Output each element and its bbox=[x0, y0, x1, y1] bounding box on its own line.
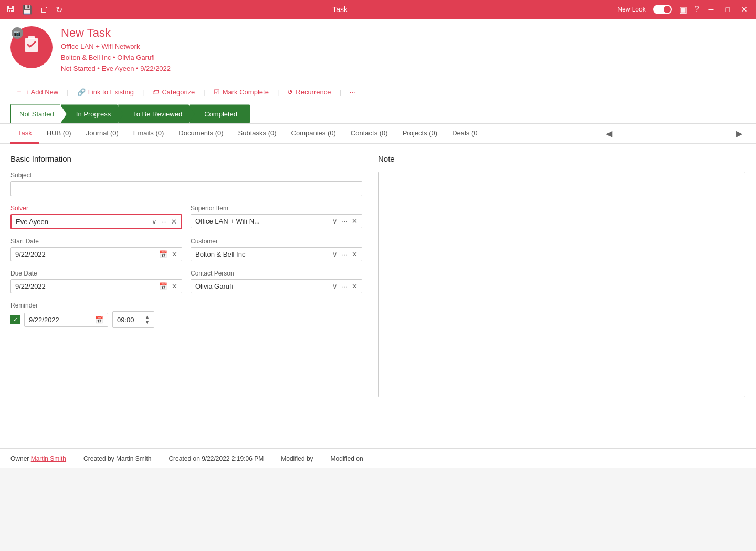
subject-input[interactable] bbox=[10, 181, 362, 196]
superior-item-actions: ∨ ··· ✕ bbox=[332, 217, 358, 225]
contact-more-icon[interactable]: ··· bbox=[342, 282, 348, 290]
customer-clear-icon[interactable]: ✕ bbox=[352, 250, 358, 258]
contact-person-actions: ∨ ··· ✕ bbox=[332, 282, 358, 290]
header-subtitle-2: Bolton & Bell Inc • Olivia Garufi bbox=[61, 52, 746, 63]
customer-dropdown[interactable]: Bolton & Bell Inc ∨ ··· ✕ bbox=[191, 247, 362, 261]
reminder-date-input[interactable]: 9/22/2022 📅 bbox=[24, 313, 108, 327]
due-date-field-group: Due Date 9/22/2022 📅 ✕ bbox=[10, 270, 182, 293]
minimize-button[interactable]: ─ bbox=[707, 5, 716, 14]
tag-icon: 🏷 bbox=[152, 88, 159, 96]
delete-icon[interactable]: 🗑 bbox=[40, 5, 48, 14]
tabs-scroll-right[interactable]: ▶ bbox=[733, 129, 746, 139]
note-textarea[interactable] bbox=[378, 172, 746, 397]
new-look-toggle[interactable] bbox=[653, 5, 672, 14]
startdate-customer-row: Start Date 9/22/2022 📅 ✕ Customer Bolton… bbox=[10, 238, 362, 270]
note-area bbox=[378, 172, 746, 397]
tab-subtasks[interactable]: Subtasks (0) bbox=[231, 124, 284, 144]
due-date-input[interactable]: 9/22/2022 📅 ✕ bbox=[10, 279, 182, 293]
time-spinner[interactable]: ▲ ▼ bbox=[145, 314, 150, 325]
more-button[interactable]: ··· bbox=[344, 86, 361, 99]
tab-contacts[interactable]: Contacts (0) bbox=[343, 124, 395, 144]
categorize-button[interactable]: 🏷 Categorize bbox=[147, 86, 200, 99]
solver-field-group: Solver Eve Ayeen ∨ ··· ✕ bbox=[10, 205, 182, 229]
link-to-existing-button[interactable]: 🔗 Link to Existing bbox=[72, 86, 139, 99]
superior-item-dropdown[interactable]: Office LAN + Wifi N... ∨ ··· ✕ bbox=[191, 214, 362, 228]
solver-actions: ∨ ··· ✕ bbox=[152, 218, 177, 226]
save2-icon[interactable]: 💾 bbox=[22, 5, 33, 15]
status-to-be-reviewed[interactable]: To Be Reviewed bbox=[118, 104, 195, 123]
solver-chevron-icon[interactable]: ∨ bbox=[152, 218, 157, 226]
nav-icon[interactable]: ▣ bbox=[679, 5, 687, 15]
tab-journal[interactable]: Journal (0) bbox=[79, 124, 126, 144]
solver-dropdown[interactable]: Eve Ayeen ∨ ··· ✕ bbox=[10, 214, 182, 229]
recurrence-button[interactable]: ↺ Recurrence bbox=[282, 86, 336, 99]
tab-hub[interactable]: HUB (0) bbox=[39, 124, 79, 144]
basic-info-title: Basic Information bbox=[10, 154, 362, 163]
help-icon[interactable]: ? bbox=[695, 5, 699, 14]
footer-created-on: Created on 9/22/2022 2:19:06 PM bbox=[160, 455, 272, 462]
contact-person-dropdown[interactable]: Olivia Garufi ∨ ··· ✕ bbox=[191, 279, 362, 293]
header-info: New Task Office LAN + Wifi Network Bolto… bbox=[61, 26, 746, 74]
superior-chevron-icon[interactable]: ∨ bbox=[332, 217, 338, 225]
customer-more-icon[interactable]: ··· bbox=[342, 250, 348, 258]
subject-label: Subject bbox=[10, 172, 362, 179]
due-date-actions: 📅 ✕ bbox=[159, 282, 177, 290]
tab-companies[interactable]: Companies (0) bbox=[284, 124, 343, 144]
tab-emails[interactable]: Emails (0) bbox=[126, 124, 172, 144]
tab-projects[interactable]: Projects (0) bbox=[395, 124, 445, 144]
camera-badge[interactable]: 📷 bbox=[12, 27, 23, 39]
contact-chevron-icon[interactable]: ∨ bbox=[332, 282, 338, 290]
due-date-calendar-icon[interactable]: 📅 bbox=[159, 282, 167, 290]
start-date-input[interactable]: 9/22/2022 📅 ✕ bbox=[10, 247, 182, 261]
customer-chevron-icon[interactable]: ∨ bbox=[332, 250, 338, 258]
header-subtitle-1: Office LAN + Wifi Network bbox=[61, 41, 746, 52]
separator-2: | bbox=[142, 88, 144, 96]
superior-clear-icon[interactable]: ✕ bbox=[352, 217, 358, 225]
reminder-time-value: 09:00 bbox=[117, 316, 145, 324]
close-button[interactable]: ✕ bbox=[739, 5, 750, 14]
status-in-progress[interactable]: In Progress bbox=[61, 104, 123, 123]
start-date-calendar-icon[interactable]: 📅 bbox=[159, 250, 167, 258]
time-up-icon[interactable]: ▲ bbox=[145, 314, 150, 320]
start-date-clear-icon[interactable]: ✕ bbox=[172, 250, 177, 258]
reminder-checkbox[interactable]: ✓ bbox=[10, 315, 20, 324]
reminder-calendar-icon[interactable]: 📅 bbox=[95, 316, 103, 324]
mark-complete-button[interactable]: ☑ Mark Complete bbox=[208, 86, 274, 99]
title-bar-left: 🖫 💾 🗑 ↻ bbox=[6, 5, 62, 15]
reminder-time-input[interactable]: 09:00 ▲ ▼ bbox=[112, 311, 154, 328]
maximize-button[interactable]: □ bbox=[723, 5, 732, 14]
superior-item-value: Office LAN + Wifi N... bbox=[195, 217, 332, 225]
tabs-scroll-left[interactable]: ◀ bbox=[603, 129, 615, 139]
superior-item-label: Superior Item bbox=[191, 205, 362, 212]
window-title: Task bbox=[332, 5, 348, 14]
note-title: Note bbox=[378, 154, 746, 163]
time-down-icon[interactable]: ▼ bbox=[145, 320, 150, 325]
solver-clear-icon[interactable]: ✕ bbox=[171, 218, 177, 226]
status-not-started[interactable]: Not Started bbox=[10, 104, 67, 123]
tab-deals[interactable]: Deals (0 bbox=[445, 124, 485, 144]
right-panel: Note bbox=[378, 154, 746, 438]
header-title: New Task bbox=[61, 26, 746, 40]
contact-clear-icon[interactable]: ✕ bbox=[352, 282, 358, 290]
add-new-button[interactable]: ＋ + Add New bbox=[10, 84, 64, 99]
title-bar: 🖫 💾 🗑 ↻ Task New Look ▣ ? ─ □ ✕ bbox=[0, 0, 756, 19]
due-date-label: Due Date bbox=[10, 270, 182, 277]
header-subtitle-3: Not Started • Eve Ayeen • 9/22/2022 bbox=[61, 63, 746, 75]
owner-link[interactable]: Martin Smith bbox=[31, 455, 66, 462]
tab-documents[interactable]: Documents (0) bbox=[171, 124, 230, 144]
due-date-clear-icon[interactable]: ✕ bbox=[172, 282, 177, 290]
tab-task[interactable]: Task bbox=[10, 124, 39, 144]
superior-more-icon[interactable]: ··· bbox=[342, 217, 348, 225]
refresh-icon[interactable]: ↻ bbox=[56, 5, 62, 15]
save-icon[interactable]: 🖫 bbox=[6, 5, 15, 14]
solver-more-icon[interactable]: ··· bbox=[161, 218, 167, 226]
check-icon: ☑ bbox=[214, 88, 220, 96]
owner-label: Owner bbox=[10, 455, 29, 462]
start-date-label: Start Date bbox=[10, 238, 182, 245]
due-date-value: 9/22/2022 bbox=[15, 282, 159, 290]
avatar-container: 📷 bbox=[10, 26, 52, 68]
footer: Owner Martin Smith Created by Martin Smi… bbox=[0, 448, 756, 468]
customer-field-group: Customer Bolton & Bell Inc ∨ ··· ✕ bbox=[191, 238, 362, 261]
link-icon: 🔗 bbox=[77, 88, 86, 96]
status-completed[interactable]: Completed bbox=[190, 104, 250, 123]
